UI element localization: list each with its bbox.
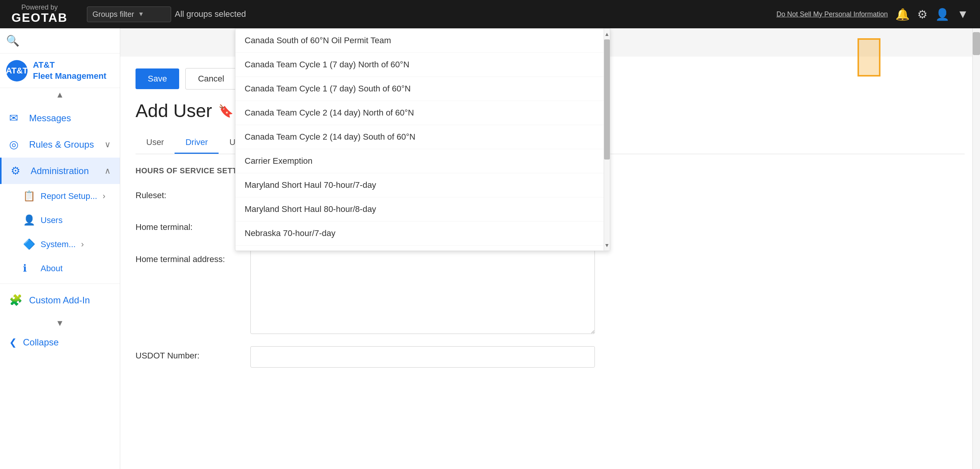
dropdown-item-nebraska-70[interactable]: Nebraska 70-hour/7-day bbox=[235, 221, 604, 246]
rules-groups-icon: ◎ bbox=[9, 138, 23, 151]
report-setup-icon: 📋 bbox=[23, 190, 35, 202]
administration-collapse-icon: ∧ bbox=[105, 166, 111, 176]
all-groups-text: All groups selected bbox=[175, 9, 246, 19]
usdot-row: USDOT Number: bbox=[136, 346, 965, 368]
sidebar-item-report-setup[interactable]: 📋 Report Setup... › bbox=[0, 184, 120, 208]
sidebar-nav: ✉ Messages ◎ Rules & Groups ∨ ⚙ Administ… bbox=[0, 102, 120, 316]
sidebar-search[interactable]: 🔍 bbox=[0, 28, 120, 54]
messages-label: Messages bbox=[29, 113, 111, 124]
dropdown-item-canada-team-2-south[interactable]: Canada Team Cycle 2 (14 day) South of 60… bbox=[235, 125, 604, 149]
dropdown-item-canada-team-1-south[interactable]: Canada Team Cycle 1 (7 day) South of 60°… bbox=[235, 77, 604, 101]
dropdown-scrollbar: ▲ ▼ bbox=[604, 29, 610, 251]
notifications-icon[interactable]: 🔔 bbox=[895, 8, 910, 21]
report-setup-label: Report Setup... bbox=[41, 191, 97, 201]
users-label: Users bbox=[41, 215, 62, 225]
cancel-button[interactable]: Cancel bbox=[185, 68, 237, 90]
highlight-indicator bbox=[858, 38, 880, 77]
usdot-input[interactable] bbox=[250, 346, 595, 368]
top-bar-right: Do Not Sell My Personal Information 🔔 ⚙ … bbox=[776, 8, 969, 21]
usdot-control bbox=[250, 346, 595, 368]
dropdown-item-canada-south-oil[interactable]: Canada South of 60°N Oil Permit Team bbox=[235, 29, 604, 53]
administration-label: Administration bbox=[31, 166, 98, 176]
custom-addon-label: Custom Add-In bbox=[29, 295, 111, 306]
tab-driver[interactable]: Driver bbox=[175, 132, 219, 154]
brand-initials: AT&T bbox=[6, 66, 28, 76]
settings-icon[interactable]: ⚙ bbox=[917, 8, 928, 21]
top-bar: Powered by GEOTAB Groups filter ▼ All gr… bbox=[0, 0, 980, 28]
sidebar-item-administration[interactable]: ⚙ Administration ∧ bbox=[0, 158, 120, 184]
collapse-label: Collapse bbox=[23, 337, 59, 348]
user-icon[interactable]: 👤 bbox=[935, 8, 949, 21]
users-icon: 👤 bbox=[23, 214, 35, 226]
messages-icon: ✉ bbox=[9, 112, 23, 124]
groups-filter-label: Groups filter bbox=[93, 10, 134, 19]
dropdown-scroll-thumb bbox=[604, 39, 610, 160]
sidebar-divider bbox=[0, 283, 120, 284]
top-bar-left: Powered by GEOTAB Groups filter ▼ All gr… bbox=[11, 4, 246, 25]
sidebar-item-about[interactable]: ℹ About bbox=[0, 256, 120, 280]
dropdown-item-maryland-70[interactable]: Maryland Short Haul 70-hour/7-day bbox=[235, 173, 604, 197]
system-expand-icon: › bbox=[81, 239, 84, 249]
brand-logo: AT&T bbox=[6, 60, 28, 81]
groups-filter-dropdown[interactable]: Groups filter ▼ bbox=[87, 7, 171, 22]
administration-icon: ⚙ bbox=[11, 164, 24, 177]
main-scrollbar bbox=[972, 28, 980, 469]
dropdown-item-carrier-exemption[interactable]: Carrier Exemption bbox=[235, 149, 604, 173]
home-terminal-address-label: Home terminal address: bbox=[136, 250, 243, 264]
dropdown-item-canada-team-1-north[interactable]: Canada Team Cycle 1 (7 day) North of 60°… bbox=[235, 53, 604, 77]
geotab-logo: Powered by GEOTAB bbox=[11, 4, 68, 25]
about-label: About bbox=[41, 264, 63, 274]
powered-by-text: Powered by bbox=[21, 4, 58, 11]
home-terminal-address-row: Home terminal address: bbox=[136, 250, 965, 335]
search-icon: 🔍 bbox=[6, 34, 20, 47]
do-not-sell-link[interactable]: Do Not Sell My Personal Information bbox=[776, 10, 888, 18]
brand-name: AT&TFleet Management bbox=[33, 60, 106, 81]
main-scrollbar-thumb[interactable] bbox=[973, 32, 980, 55]
groups-filter-arrow-icon: ▼ bbox=[138, 11, 144, 18]
collapse-icon: ❮ bbox=[9, 337, 17, 348]
custom-addon-icon: 🧩 bbox=[9, 294, 23, 306]
geotab-logo-text: GEOTAB bbox=[11, 11, 68, 25]
dropdown-list: Canada South of 60°N Oil Permit Team Can… bbox=[235, 29, 610, 251]
dropdown-scroll-up-arrow[interactable]: ▲ bbox=[604, 29, 610, 39]
sidebar-scroll-down-button[interactable]: ▼ bbox=[0, 316, 120, 330]
dropdown-item-nebraska-80[interactable]: Nebraska 80-hour/8-day bbox=[235, 246, 604, 251]
dropdown-scroll-down-arrow[interactable]: ▼ bbox=[604, 240, 610, 251]
bookmark-icon[interactable]: 🔖 bbox=[218, 104, 234, 118]
dropdown-item-maryland-80[interactable]: Maryland Short Haul 80-hour/8-day bbox=[235, 197, 604, 221]
sidebar-item-users[interactable]: 👤 Users bbox=[0, 208, 120, 232]
report-setup-expand-icon: › bbox=[103, 191, 105, 201]
system-label: System... bbox=[41, 239, 76, 249]
sidebar: 🔍 AT&T AT&TFleet Management ▲ ✉ Messages… bbox=[0, 28, 120, 469]
page-title: Add User bbox=[136, 100, 212, 121]
home-terminal-address-textarea[interactable] bbox=[250, 250, 595, 334]
dropdown-item-canada-team-2-north[interactable]: Canada Team Cycle 2 (14 day) North of 60… bbox=[235, 101, 604, 125]
home-terminal-address-control bbox=[250, 250, 595, 335]
sidebar-item-rules-groups[interactable]: ◎ Rules & Groups ∨ bbox=[0, 131, 120, 158]
ruleset-label: Ruleset: bbox=[136, 186, 243, 200]
sidebar-collapse-button[interactable]: ❮ Collapse bbox=[0, 330, 120, 355]
sidebar-item-custom-addon[interactable]: 🧩 Custom Add-In bbox=[0, 287, 120, 313]
home-terminal-label: Home terminal: bbox=[136, 218, 243, 232]
usdot-label: USDOT Number: bbox=[136, 346, 243, 361]
ruleset-dropdown-overlay: Canada South of 60°N Oil Permit Team Can… bbox=[235, 28, 610, 251]
brand-section: AT&T AT&TFleet Management bbox=[0, 54, 120, 88]
save-button[interactable]: Save bbox=[136, 68, 179, 89]
about-icon: ℹ bbox=[23, 262, 35, 274]
sidebar-scroll-up-button[interactable]: ▲ bbox=[0, 88, 120, 102]
system-icon: 🔷 bbox=[23, 238, 35, 250]
rules-groups-expand-icon: ∨ bbox=[105, 140, 111, 150]
sidebar-item-messages[interactable]: ✉ Messages bbox=[0, 105, 120, 131]
rules-groups-label: Rules & Groups bbox=[29, 139, 98, 150]
groups-filter-area: Groups filter ▼ All groups selected bbox=[87, 7, 246, 22]
sidebar-item-system[interactable]: 🔷 System... › bbox=[0, 232, 120, 256]
account-dropdown-icon[interactable]: ▼ bbox=[957, 8, 969, 21]
tab-user[interactable]: User bbox=[136, 132, 175, 154]
